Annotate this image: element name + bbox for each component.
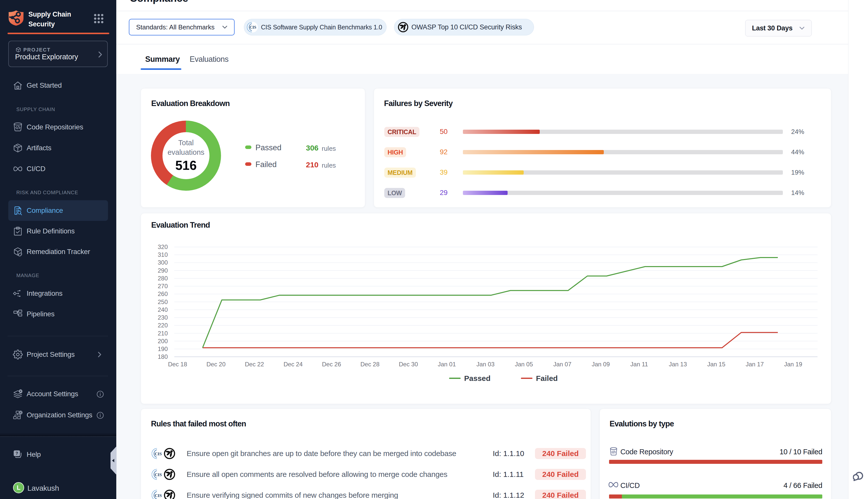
- svg-text:Jan 07: Jan 07: [553, 361, 571, 368]
- svg-text:CIS: CIS: [155, 472, 162, 477]
- svg-text:320: 320: [158, 243, 168, 250]
- svg-text:CIS: CIS: [155, 451, 162, 456]
- svg-text:Jan 17: Jan 17: [746, 361, 764, 368]
- svg-text:240: 240: [158, 306, 168, 313]
- svg-text:250: 250: [158, 299, 168, 305]
- svg-text:Dec 28: Dec 28: [360, 361, 380, 368]
- svg-text:Jan 03: Jan 03: [476, 361, 495, 368]
- svg-text:Jan 19: Jan 19: [784, 361, 802, 368]
- svg-text:Dec 26: Dec 26: [322, 361, 341, 368]
- svg-text:Jan 15: Jan 15: [707, 361, 726, 368]
- svg-text:Dec 22: Dec 22: [245, 361, 264, 368]
- svg-text:280: 280: [158, 275, 168, 282]
- svg-text:Jan 11: Jan 11: [630, 361, 648, 368]
- svg-text:Jan 05: Jan 05: [515, 361, 533, 368]
- svg-text:230: 230: [158, 314, 168, 321]
- svg-text:CIS: CIS: [155, 493, 162, 498]
- svg-text:260: 260: [158, 291, 168, 297]
- svg-text:?: ?: [15, 451, 18, 456]
- svg-text:Jan 09: Jan 09: [592, 361, 610, 368]
- svg-text:Jan 13: Jan 13: [669, 361, 687, 368]
- svg-text:190: 190: [158, 345, 168, 352]
- svg-text:220: 220: [158, 322, 168, 329]
- svg-text:200: 200: [158, 338, 168, 344]
- svg-text:180: 180: [158, 353, 168, 360]
- svg-text:Passed: Passed: [464, 374, 491, 382]
- svg-text:Dec 24: Dec 24: [284, 361, 303, 368]
- svg-text:Dec 18: Dec 18: [168, 361, 187, 368]
- svg-text:300: 300: [158, 259, 168, 266]
- svg-text:CIS: CIS: [250, 25, 257, 29]
- svg-text:290: 290: [158, 267, 168, 274]
- svg-text:270: 270: [158, 283, 168, 290]
- svg-text:Failed: Failed: [536, 374, 558, 382]
- svg-text:Dec 20: Dec 20: [207, 361, 225, 368]
- svg-text:210: 210: [158, 330, 168, 337]
- svg-text:310: 310: [158, 251, 168, 258]
- svg-text:Jan 01: Jan 01: [438, 361, 456, 368]
- svg-text:Dec 30: Dec 30: [399, 361, 418, 368]
